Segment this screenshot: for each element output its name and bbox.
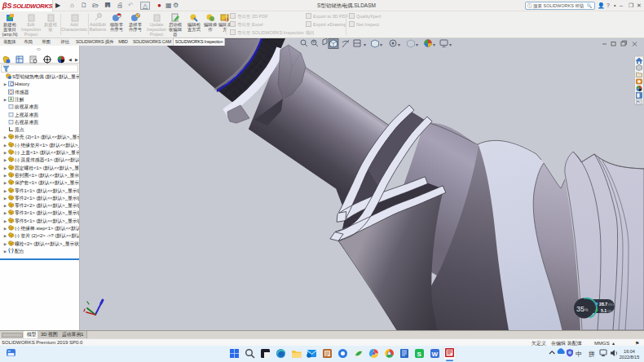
svg-text:▾: ▾ <box>416 42 418 47</box>
svg-text:KB/s: KB/s <box>608 303 614 307</box>
svg-text:5.1: 5.1 <box>601 308 607 313</box>
svg-text:▾: ▾ <box>380 42 382 47</box>
svg-text:▾: ▾ <box>398 42 400 47</box>
svg-text:▾: ▾ <box>449 42 452 47</box>
svg-text:2022/8/15: 2022/8/15 <box>620 355 639 360</box>
svg-text:W: W <box>432 351 439 358</box>
svg-text:%: % <box>585 308 589 312</box>
svg-text:16:04: 16:04 <box>624 349 635 354</box>
svg-text:拼: 拼 <box>588 351 595 358</box>
svg-text:▾: ▾ <box>433 42 435 47</box>
svg-text:中: 中 <box>576 351 582 358</box>
svg-text:▾: ▾ <box>364 42 366 47</box>
svg-text:28.7: 28.7 <box>599 302 607 307</box>
svg-text:35: 35 <box>576 305 584 313</box>
svg-text:S: S <box>417 351 422 358</box>
svg-text:KB/s: KB/s <box>607 310 613 313</box>
